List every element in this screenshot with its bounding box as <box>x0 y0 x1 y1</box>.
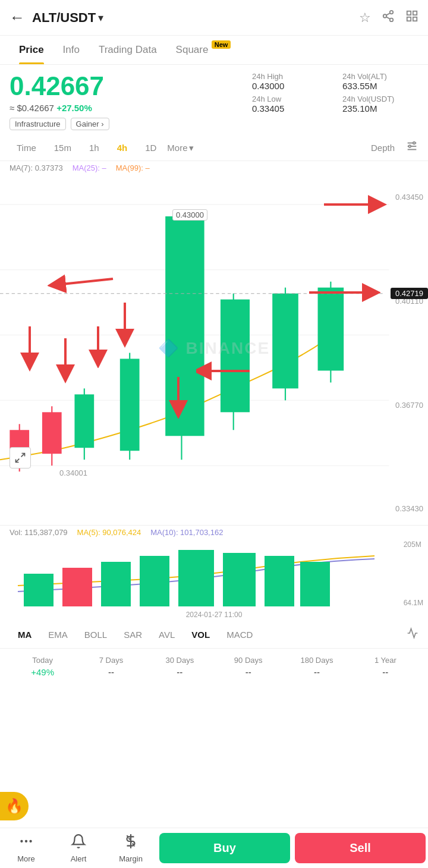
more-icon <box>18 834 34 853</box>
vol-max-label: 205M <box>404 540 423 549</box>
volume-right-labels: 205M 64.1M <box>404 538 423 609</box>
tab-square[interactable]: Square New <box>166 36 232 64</box>
volume-chart[interactable]: 205M 64.1M <box>0 538 428 609</box>
btn-1h[interactable]: 1h <box>82 140 106 156</box>
ma10-label: MA(10): 101,703,162 <box>150 528 223 537</box>
stat-24h-high: 24h High 0.43000 <box>252 72 328 91</box>
tab-price[interactable]: Price <box>10 36 54 64</box>
btn-depth[interactable]: Depth <box>371 143 395 153</box>
svg-point-56 <box>25 839 27 842</box>
svg-rect-32 <box>272 294 298 389</box>
svg-point-1 <box>383 14 387 18</box>
perf-label-30d: 30 Days <box>147 656 213 665</box>
sell-button[interactable]: Sell <box>295 833 426 863</box>
vol-min-label: 64.1M <box>404 599 423 607</box>
perf-value-7d: -- <box>78 667 144 677</box>
buy-button[interactable]: Buy <box>159 833 290 863</box>
chart-area: 🔷 BINANCE 0.43450 0.40110 0.36770 0.3343… <box>0 175 428 526</box>
price-label-3: 0.36770 <box>395 401 423 410</box>
indicator-tab-ma[interactable]: MA <box>10 626 40 643</box>
btn-more[interactable]: More ▾ <box>167 143 193 153</box>
tag-gainer[interactable]: Gainer › <box>71 118 109 130</box>
perf-label-1y: 1 Year <box>353 656 418 665</box>
nav-more[interactable]: More <box>0 834 52 863</box>
svg-rect-51 <box>178 550 214 606</box>
chart-controls: Time 15m 1h 4h 1D More ▾ Depth <box>0 135 428 161</box>
indicator-tab-sar[interactable]: SAR <box>115 626 150 643</box>
perf-labels: Today 7 Days 30 Days 90 Days 180 Days 1 … <box>10 656 418 665</box>
tab-info[interactable]: Info <box>54 36 89 64</box>
main-tabs: Price Info Trading Data Square New <box>0 36 428 65</box>
ma5-label: MA(5): 90,076,424 <box>77 528 141 537</box>
volume-labels: Vol: 115,387,079 MA(5): 90,076,424 MA(10… <box>10 528 418 537</box>
perf-values: +49% -- -- -- -- -- <box>10 667 418 677</box>
stat-vol-alt: 24h Vol(ALT) 633.55M <box>342 72 418 91</box>
fire-badge[interactable]: 🔥 <box>0 792 29 820</box>
chart-price-labels: 0.43450 0.40110 0.36770 0.33430 <box>395 175 423 525</box>
header: ← ALT/USDT ▾ ☆ <box>0 0 428 36</box>
svg-line-4 <box>386 12 390 15</box>
chevron-down-icon[interactable]: ▾ <box>98 11 103 24</box>
current-price-box: 0.42719 <box>391 288 428 299</box>
svg-line-45 <box>21 454 25 457</box>
nav-margin-label: Margin <box>119 854 143 863</box>
grid-icon[interactable] <box>405 10 418 26</box>
indicator-settings-icon[interactable] <box>407 627 418 642</box>
volume-section: Vol: 115,387,079 MA(5): 90,076,424 MA(10… <box>0 526 428 538</box>
price-left: 0.42667 ≈ $0.42667 +27.50% Infrastructur… <box>10 72 252 130</box>
candle-top-label: 0.43000 <box>172 209 207 221</box>
svg-rect-24 <box>74 395 94 448</box>
svg-rect-52 <box>223 553 256 606</box>
share-icon[interactable] <box>382 10 395 26</box>
price-section: 0.42667 ≈ $0.42667 +27.50% Infrastructur… <box>0 65 428 135</box>
svg-rect-49 <box>101 562 131 606</box>
time-button[interactable]: Time <box>10 140 43 156</box>
chart-settings-icon[interactable] <box>405 140 418 156</box>
expand-button[interactable] <box>10 447 31 468</box>
perf-value-today: +49% <box>10 667 75 677</box>
svg-rect-50 <box>140 556 169 606</box>
tag-infrastructure[interactable]: Infrastructure <box>10 118 66 130</box>
indicator-tab-ema[interactable]: EMA <box>40 626 76 643</box>
alert-icon <box>71 834 86 853</box>
price-usd: ≈ $0.42667 +27.50% <box>10 103 252 113</box>
nav-alert[interactable]: Alert <box>52 834 105 863</box>
svg-rect-34 <box>318 288 344 371</box>
btn-15m[interactable]: 15m <box>47 140 78 156</box>
indicator-tab-boll[interactable]: BOLL <box>76 626 115 643</box>
price-stats: 24h High 0.43000 24h Vol(ALT) 633.55M 24… <box>252 72 418 114</box>
tab-trading-data[interactable]: Trading Data <box>89 36 166 64</box>
perf-value-90d: -- <box>215 667 281 677</box>
price-label-top: 0.43450 <box>395 193 423 202</box>
svg-rect-48 <box>62 568 92 606</box>
svg-rect-53 <box>265 556 294 606</box>
price-tags: Infrastructure Gainer › <box>10 118 252 130</box>
svg-point-2 <box>390 18 394 21</box>
btn-4h[interactable]: 4h <box>110 140 135 156</box>
nav-alert-label: Alert <box>71 854 87 863</box>
svg-point-13 <box>409 146 411 148</box>
new-badge: New <box>212 40 231 49</box>
svg-point-55 <box>20 839 23 842</box>
price-change: +27.50% <box>56 103 92 113</box>
btn-1d[interactable]: 1D <box>138 140 163 156</box>
svg-rect-8 <box>413 17 417 20</box>
performance-section: Today 7 Days 30 Days 90 Days 180 Days 1 … <box>0 649 428 684</box>
perf-label-90d: 90 Days <box>215 656 281 665</box>
bottom-nav: More Alert Margin Buy Sell <box>0 828 428 868</box>
svg-rect-54 <box>300 562 330 606</box>
svg-point-0 <box>390 10 394 14</box>
perf-value-180d: -- <box>284 667 350 677</box>
margin-icon <box>123 834 139 853</box>
svg-rect-22 <box>42 413 62 454</box>
vol-label: Vol: 115,387,079 <box>10 528 68 537</box>
price-label-bottom: 0.33430 <box>395 504 423 513</box>
back-button[interactable]: ← <box>10 8 25 27</box>
indicator-tab-macd[interactable]: MACD <box>218 626 261 643</box>
nav-margin[interactable]: Margin <box>105 834 157 863</box>
indicator-tab-avl[interactable]: AVL <box>150 626 183 643</box>
volume-svg <box>0 538 428 609</box>
svg-rect-5 <box>407 11 411 14</box>
indicator-tab-vol[interactable]: VOL <box>183 626 218 643</box>
star-icon[interactable]: ☆ <box>359 10 371 26</box>
